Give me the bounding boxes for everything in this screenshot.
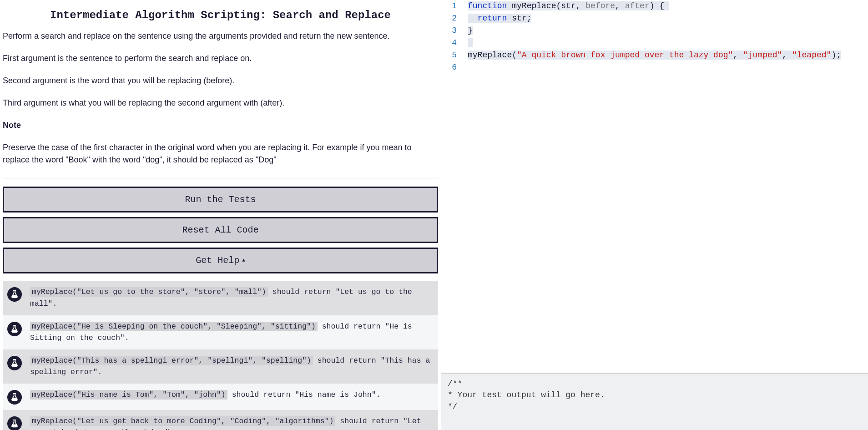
test-code: myReplace("He is Sleeping on the couch",… (30, 322, 318, 331)
line-number: 4 (441, 37, 463, 49)
flask-icon (7, 356, 22, 370)
divider (3, 178, 438, 178)
test-code: myReplace("This has a spellngi error", "… (30, 356, 313, 365)
test-text: myReplace("Let us get back to more Codin… (30, 415, 434, 430)
line-number: 2 (441, 12, 463, 25)
test-code: myReplace("His name is Tom", "Tom", "joh… (30, 390, 227, 400)
editor-panel: 1 function myReplace(str, before, after)… (441, 0, 868, 430)
test-expected: should return "His name is John". (227, 390, 381, 399)
code-editor[interactable]: 1 function myReplace(str, before, after)… (441, 0, 868, 373)
flask-icon (7, 287, 22, 302)
console-line: /** (448, 379, 462, 388)
get-help-button[interactable]: Get Help▲ (3, 248, 438, 273)
note-body: Preserve the case of the first character… (3, 142, 438, 166)
desc-para: Third argument is what you will be repla… (3, 97, 438, 109)
test-item: myReplace("He is Sleeping on the couch",… (3, 315, 438, 349)
test-item: myReplace("This has a spellngi error", "… (3, 349, 438, 384)
test-code: myReplace("Let us get back to more Codin… (30, 416, 335, 426)
flask-icon (7, 416, 22, 430)
line-number: 3 (441, 25, 463, 37)
code-line[interactable]: myReplace("A quick brown fox jumped over… (463, 49, 841, 61)
test-text: myReplace("This has a spellngi error", "… (30, 355, 434, 378)
line-number: 1 (441, 0, 463, 12)
test-item: myReplace("Let us go to the store", "sto… (3, 281, 438, 315)
challenge-title: Intermediate Algorithm Scripting: Search… (30, 8, 411, 23)
run-tests-button[interactable]: Run the Tests (3, 187, 438, 212)
get-help-label: Get Help (196, 255, 239, 266)
test-text: myReplace("Let us go to the store", "sto… (30, 286, 434, 309)
code-line[interactable]: } (463, 25, 841, 37)
test-item: myReplace("Let us get back to more Codin… (3, 410, 438, 430)
test-text: myReplace("His name is Tom", "Tom", "joh… (30, 389, 434, 401)
line-number: 5 (441, 49, 463, 61)
desc-para: Second argument is the word that you wil… (3, 75, 438, 87)
code-line[interactable]: function myReplace(str, before, after) { (463, 0, 841, 12)
test-item: myReplace("His name is Tom", "Tom", "joh… (3, 384, 438, 410)
console-line: * Your test output will go here. (448, 390, 605, 400)
code-line[interactable]: return str; (463, 12, 841, 25)
code-line[interactable] (463, 61, 841, 74)
desc-para: Perform a search and replace on the sent… (3, 30, 438, 42)
console-line: */ (448, 402, 458, 411)
flask-icon (7, 390, 22, 405)
challenge-description: Perform a search and replace on the sent… (3, 30, 438, 166)
reset-code-label: Reset All Code (182, 225, 258, 235)
console-output: /** * Your test output will go here. */ (441, 373, 868, 430)
run-tests-label: Run the Tests (185, 194, 256, 205)
reset-code-button[interactable]: Reset All Code (3, 217, 438, 243)
code-line[interactable] (463, 37, 841, 49)
test-text: myReplace("He is Sleeping on the couch",… (30, 321, 434, 344)
desc-para: First argument is the sentence to perfor… (3, 52, 438, 65)
note-heading: Note (3, 119, 438, 132)
test-code: myReplace("Let us go to the store", "sto… (30, 287, 268, 297)
caret-up-icon: ▲ (242, 258, 245, 263)
line-number: 6 (441, 61, 463, 74)
flask-icon (7, 322, 22, 336)
tests-list: myReplace("Let us go to the store", "sto… (3, 281, 438, 430)
challenge-panel: Intermediate Algorithm Scripting: Search… (0, 0, 441, 430)
